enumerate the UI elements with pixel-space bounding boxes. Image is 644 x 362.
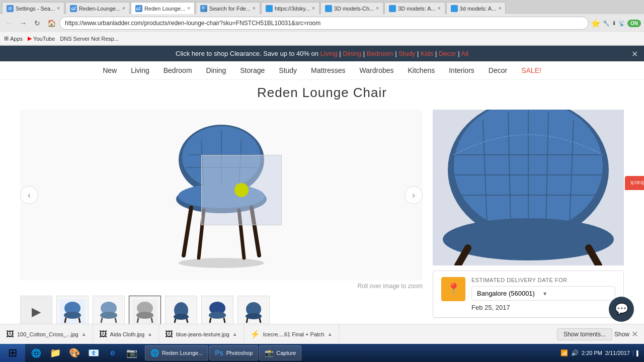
volume-icon[interactable]: 🔊 — [571, 349, 579, 356]
download-chevron-4[interactable]: ▲ — [328, 331, 333, 337]
nav-mattresses[interactable]: Mattresses — [311, 66, 345, 74]
thumb-5[interactable] — [201, 296, 233, 328]
tab-3dmodels1[interactable]: 🌐 3D models-Ch... × — [320, 2, 383, 14]
bookmark-dns[interactable]: DNS Server Not Resp... — [60, 36, 119, 42]
nav-sale[interactable]: SALE! — [521, 66, 541, 74]
tab-close-3dmodels3[interactable]: × — [498, 6, 501, 11]
tab-reden1[interactable]: 🛋 Reden-Lounge... × — [65, 2, 130, 14]
nav-kitchens[interactable]: Kitchens — [408, 66, 435, 74]
show-torrents-button[interactable]: Show torrents... — [557, 328, 612, 340]
nav-bedroom[interactable]: Bedroom — [164, 66, 192, 74]
promo-banner: Click here to shop Clearance. Save up to… — [0, 46, 644, 61]
nav-new[interactable]: New — [103, 66, 117, 74]
forward-button[interactable]: → — [17, 17, 29, 29]
show-desktop-button[interactable]: ▌ — [633, 350, 640, 356]
tab-close-search[interactable]: × — [253, 6, 256, 11]
tab-3dsky[interactable]: 🌐 https://3dsky... × — [261, 2, 319, 14]
svg-line-42 — [247, 318, 248, 323]
tab-3dmodels3[interactable]: 🌐 3d models: A... × — [446, 2, 506, 14]
download-bar: 🖼 100_Cotton_Cross_...jpg ▲ 🖼 Aida Cloth… — [0, 324, 644, 344]
download-chevron-3[interactable]: ▲ — [232, 331, 237, 337]
promo-link-dining[interactable]: Dining — [343, 50, 361, 57]
nav-decor[interactable]: Decor — [489, 66, 507, 74]
bookmark-apps[interactable]: ⊞ Apps — [4, 35, 23, 42]
nav-study[interactable]: Study — [279, 66, 297, 74]
download-icon[interactable]: ⬇ — [612, 20, 616, 27]
promo-link-kids[interactable]: Kids — [421, 50, 433, 57]
promo-link-bedroom[interactable]: Bedroom — [367, 50, 393, 57]
cast-icon[interactable]: 📡 — [618, 20, 625, 27]
taskbar-open-capture[interactable]: 📸 Capture — [259, 345, 301, 360]
delivery-city-selector[interactable]: Bangalore (560001) ▾ — [471, 286, 615, 301]
close-download-bar-button[interactable]: ✕ — [631, 329, 638, 339]
promo-link-all[interactable]: All — [461, 50, 468, 57]
promo-link-decor[interactable]: Decor — [439, 50, 456, 57]
thumb-1-svg — [60, 299, 85, 324]
taskbar-email[interactable]: 📧 — [85, 345, 103, 361]
refresh-button[interactable]: ↻ — [31, 17, 43, 29]
bookmark-youtube[interactable]: ▶ YouTube — [28, 35, 55, 42]
tab-close-reden-active[interactable]: × — [187, 6, 190, 11]
download-item-4[interactable]: ⚡ Icecre....61 Final + Patch ▲ — [244, 324, 339, 344]
tab-close-3dmodels2[interactable]: × — [438, 6, 441, 11]
download-item-1[interactable]: 🖼 100_Cotton_Cross_...jpg ▲ — [0, 324, 93, 344]
thumb-1[interactable] — [56, 296, 89, 328]
tab-close-3dmodels1[interactable]: × — [376, 6, 379, 11]
next-image-button[interactable]: › — [405, 186, 423, 204]
start-button[interactable]: ⊞ — [0, 344, 25, 362]
left-section: ‹ — [20, 110, 423, 345]
download-chevron-2[interactable]: ▲ — [147, 331, 152, 337]
nav-dining[interactable]: Dining — [206, 66, 226, 74]
thumb-2[interactable] — [93, 296, 125, 328]
svg-line-12 — [239, 210, 244, 258]
tab-icon-3dmodels2: 🌐 — [389, 5, 396, 12]
taskbar-paint[interactable]: 🎨 — [65, 345, 84, 361]
tab-settings[interactable]: ⚙ Settings - Sea... × — [2, 2, 64, 14]
taskbar-file-explorer[interactable]: 📁 — [46, 345, 64, 361]
thumb-play[interactable]: ▶ — [20, 296, 52, 328]
delivery-icon: 📍 — [441, 277, 465, 301]
main-image-container[interactable]: ‹ — [20, 110, 423, 281]
promo-close-button[interactable]: ✕ — [631, 49, 638, 58]
photoshop-taskbar-icon: Ps — [215, 349, 223, 357]
download-chevron-1[interactable]: ▲ — [82, 331, 87, 337]
chrome-taskbar-icon: 🌐 — [150, 349, 159, 357]
home-button[interactable]: 🏠 — [45, 17, 57, 29]
promo-link-living[interactable]: Living — [320, 50, 338, 57]
url-bar[interactable] — [59, 17, 589, 30]
thumb-3[interactable] — [129, 296, 161, 328]
taskbar-camera[interactable]: 📷 — [123, 345, 141, 361]
feedback-tab[interactable]: Feedback — [625, 176, 644, 190]
svg-line-9 — [184, 208, 191, 255]
tab-close-settings[interactable]: × — [57, 6, 60, 11]
chat-button[interactable]: 💬 — [609, 297, 634, 322]
photoshop-taskbar-label: Photoshop — [226, 350, 253, 356]
download-file-icon-2: 🖼 — [99, 330, 107, 339]
download-item-2[interactable]: 🖼 Aida Cloth.jpg ▲ — [93, 324, 159, 344]
on-switch[interactable]: ON — [627, 20, 641, 27]
show-label[interactable]: Show — [614, 331, 629, 338]
tab-close-reden1[interactable]: × — [122, 6, 125, 11]
nav-interiors[interactable]: Interiors — [449, 66, 474, 74]
tab-close-3dsky[interactable]: × — [312, 6, 315, 11]
taskbar-open-chrome[interactable]: 🌐 Reden Lounge... — [145, 345, 208, 360]
taskbar-chrome[interactable]: 🌐 — [27, 345, 45, 361]
download-item-3[interactable]: 🖼 blue-jeans-texture.jpg ▲ — [159, 324, 244, 344]
tab-search[interactable]: 🔍 Search for Fde... × — [196, 2, 260, 14]
taskbar-ie[interactable]: e — [104, 345, 122, 361]
tab-3dmodels2[interactable]: 🌐 3D models: A... × — [384, 2, 445, 14]
back-button[interactable]: ← — [3, 17, 15, 29]
nav-storage[interactable]: Storage — [240, 66, 265, 74]
prev-image-button[interactable]: ‹ — [20, 186, 38, 204]
taskbar-open-photoshop[interactable]: Ps Photoshop — [209, 345, 258, 360]
tab-reden-active[interactable]: 🛋 Reden Lounge... × — [131, 2, 195, 14]
thumb-5-svg — [205, 299, 230, 324]
nav-living[interactable]: Living — [131, 66, 149, 74]
thumb-4[interactable] — [165, 296, 197, 328]
download-filename-1: 100_Cotton_Cross_...jpg — [17, 331, 78, 337]
extensions-icon[interactable]: 🔧 — [603, 20, 610, 27]
nav-wardrobes[interactable]: Wardrobes — [360, 66, 394, 74]
promo-link-study[interactable]: Study — [398, 50, 415, 57]
thumb-6[interactable] — [237, 296, 270, 328]
star-icon[interactable]: ⭐ — [591, 19, 601, 28]
